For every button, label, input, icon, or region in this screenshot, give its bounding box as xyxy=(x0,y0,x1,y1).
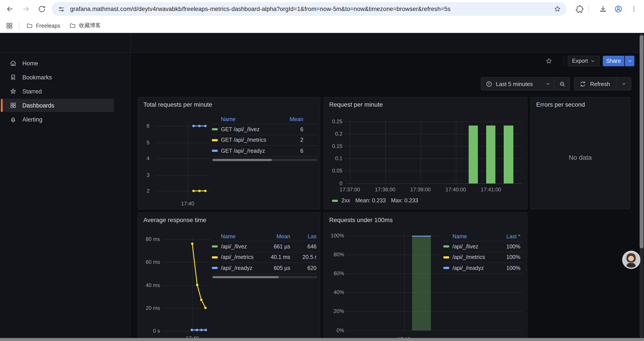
y-axis-tick: 0.2 xyxy=(324,131,342,137)
legend-series-value: 6 xyxy=(285,126,303,133)
legend-series-name[interactable]: GET /api/_/readyz xyxy=(221,148,285,154)
bar-2xx[interactable] xyxy=(486,126,496,183)
legend-row: /api/_/metrics100% xyxy=(443,252,523,262)
legend-scrollbar-thumb[interactable] xyxy=(212,159,272,161)
legend-max[interactable]: Max: 0.233 xyxy=(391,197,418,204)
legend-series-value: 646 xyxy=(290,244,316,250)
chevron-down-icon[interactable] xyxy=(10,88,16,94)
sidebar-item-home[interactable]: Home xyxy=(0,56,130,70)
profile-icon[interactable] xyxy=(614,5,622,13)
legend-series-name[interactable]: /api/_/livez xyxy=(221,244,265,250)
legend-series-value: 100% xyxy=(499,254,520,260)
gridline xyxy=(346,158,522,159)
apps-grid-icon[interactable] xyxy=(6,22,13,30)
y-axis-tick: 0.1 xyxy=(324,155,342,162)
bookmark-folder-freeleaps[interactable]: Freeleaps xyxy=(23,21,64,31)
legend-series-name[interactable]: /api/_/readyz xyxy=(452,265,499,271)
series-color-pill xyxy=(212,245,218,248)
legend-header[interactable]: Las xyxy=(290,233,316,240)
gridline xyxy=(404,233,404,331)
y-axis-tick: 0 xyxy=(324,180,342,187)
legend-header-row: NameMeanLas xyxy=(212,232,318,241)
page-scrollbar-thumb[interactable] xyxy=(640,35,644,248)
actions-divider xyxy=(564,57,564,65)
dashboard-main: Export Share Last 5 minutes Refresh Tota… xyxy=(131,53,644,339)
legend-mean[interactable]: Mean: 0.233 xyxy=(355,197,386,204)
gridline xyxy=(385,118,386,183)
legend-scrollbar xyxy=(212,276,318,278)
gridline xyxy=(346,183,522,184)
legend-series-name[interactable]: /api/_/metrics xyxy=(221,254,265,260)
zoom-out-button[interactable] xyxy=(554,78,570,90)
export-button[interactable]: Export xyxy=(568,56,600,66)
panel-average-response-time: Average response time 80 ms60 ms40 ms20 … xyxy=(138,212,320,339)
refresh-button[interactable]: Refresh xyxy=(574,77,631,90)
sidebar-item-dashboards[interactable]: Dashboards xyxy=(0,98,130,112)
y-axis-tick: 80% xyxy=(324,251,344,258)
legend-header[interactable]: Mean xyxy=(285,116,303,122)
requests-under-100ms-chart[interactable]: 100%80%60%40%20%0%17:40NameLast */api/_/… xyxy=(324,213,527,339)
home-icon xyxy=(10,60,17,67)
request-per-minute-chart[interactable]: 0.250.20.150.10.05017:37:0017:38:0017:39… xyxy=(324,97,527,209)
legend-header[interactable]: Name xyxy=(443,233,499,240)
legend-header[interactable]: Mean xyxy=(265,233,290,240)
sidebar-item-bookmarks[interactable]: Bookmarks xyxy=(0,70,130,84)
sidebar-item-starred[interactable]: Starred xyxy=(0,84,130,98)
gridline xyxy=(346,171,522,171)
sidebar-item-alerting[interactable]: Alerting xyxy=(0,112,130,126)
reload-icon[interactable] xyxy=(38,5,46,13)
legend-row: /api/_/livez100% xyxy=(443,241,523,252)
bar-2xx[interactable] xyxy=(504,126,513,183)
panel-title[interactable]: Errors per second xyxy=(536,101,585,108)
address-bar[interactable]: grafana.mathmast.com/d/deytv4rwavabkb/fr… xyxy=(52,2,566,16)
gridline xyxy=(347,311,522,312)
legend-series-name[interactable]: GET /api/_/metrics xyxy=(221,137,285,143)
share-dropdown-button[interactable] xyxy=(625,56,634,66)
chevron-down-icon[interactable] xyxy=(10,102,16,108)
site-settings-icon[interactable] xyxy=(58,6,65,13)
back-icon[interactable] xyxy=(6,5,14,13)
bookmark-folder-blogs[interactable]: 收藏博客 xyxy=(66,21,104,31)
legend-row: /api/_/readyz605 µs620 xyxy=(212,262,318,273)
refresh-interval-dropdown[interactable] xyxy=(616,78,631,90)
average-response-time-chart[interactable]: 80 ms60 ms40 ms20 ms0 s17:40NameMeanLas/… xyxy=(138,213,320,339)
legend-series-name[interactable]: /api/_/metrics xyxy=(452,254,499,260)
sidebar-item-label: Bookmarks xyxy=(22,74,52,81)
legend-scrollbar-thumb[interactable] xyxy=(212,276,279,278)
gridline xyxy=(346,121,522,122)
chevron-down-icon[interactable] xyxy=(10,116,16,122)
bar-2xx[interactable] xyxy=(468,126,478,183)
legend-series-value: 661 µs xyxy=(265,244,290,250)
chevron-down-icon xyxy=(545,81,550,87)
series-color-pill xyxy=(212,256,218,258)
favorite-dashboard-icon[interactable] xyxy=(545,58,552,65)
browser-menu-icon[interactable] xyxy=(630,5,638,13)
legend-series-value: 100% xyxy=(499,244,520,250)
legend-series-name[interactable]: GET /api/_/livez xyxy=(221,126,285,133)
y-axis-tick: 0% xyxy=(324,327,344,333)
area-bar-100pct[interactable] xyxy=(412,236,431,330)
y-axis-tick: 60% xyxy=(324,270,344,276)
downloads-icon[interactable] xyxy=(599,5,607,13)
forward-icon[interactable] xyxy=(22,5,30,13)
time-range-picker[interactable]: Last 5 minutes xyxy=(481,77,570,90)
bookmark-star-icon[interactable] xyxy=(554,5,561,13)
share-button[interactable]: Share xyxy=(603,56,624,66)
total-requests-chart[interactable]: 6543217:40NameMeanGET /api/_/livez6GET /… xyxy=(138,97,320,209)
assistant-avatar[interactable] xyxy=(622,251,640,269)
legend-series-name[interactable]: /api/_/readyz xyxy=(221,265,265,271)
legend-header[interactable]: Name xyxy=(212,116,285,122)
chevron-down-icon[interactable] xyxy=(10,74,16,80)
url-text[interactable]: grafana.mathmast.com/d/deytv4rwavabkb/fr… xyxy=(70,6,550,12)
legend-header-row: NameMean xyxy=(212,115,318,124)
legend-series-name[interactable]: 2xx xyxy=(342,197,350,204)
gridline xyxy=(347,292,522,293)
extensions-icon[interactable] xyxy=(576,5,584,13)
legend-header[interactable]: Name xyxy=(212,233,265,240)
x-axis-tick: 17:37:00 xyxy=(340,187,360,193)
x-axis-tick: 17:40:00 xyxy=(446,187,466,193)
legend-header[interactable]: Last * xyxy=(499,233,520,240)
legend-table-edge xyxy=(212,273,318,274)
bookmarks-bar: Freeleaps 收藏博客 xyxy=(0,19,644,33)
legend-series-name[interactable]: /api/_/livez xyxy=(452,244,499,250)
